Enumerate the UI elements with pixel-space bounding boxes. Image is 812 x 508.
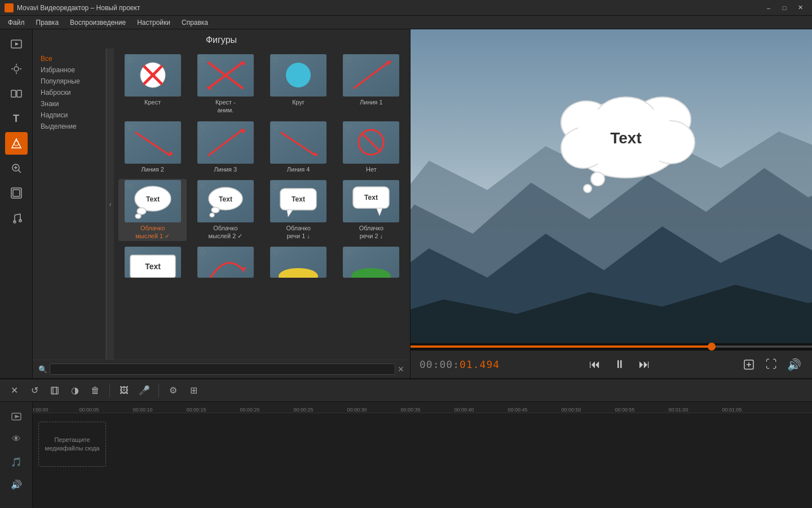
favorite-line3[interactable]: ♡ [200, 124, 206, 132]
next-button[interactable]: ⏭ [636, 356, 654, 374]
pause-button[interactable]: ⏸ [611, 356, 629, 374]
tl-grid-button[interactable]: ⊞ [185, 383, 202, 398]
media-drop-zone[interactable]: Перетащите медиафайлы сюда [38, 422, 106, 467]
tl-undo-button[interactable]: ↺ [26, 383, 43, 398]
menu-playback[interactable]: Воспроизведение [64, 17, 131, 28]
tool-text[interactable]: T [5, 107, 28, 130]
menu-help[interactable]: Справка [176, 17, 214, 28]
maximize-button[interactable]: □ [777, 2, 792, 14]
tool-media[interactable] [5, 33, 28, 55]
shape-text-bubble[interactable]: Text ♡ [118, 246, 187, 279]
shape-thought1[interactable]: Text ♡ Облачкомыслей 1 ✓ [118, 179, 187, 242]
tl-audio-button[interactable]: 🎤 [136, 383, 153, 398]
shape-label-cross: Крест [144, 98, 161, 106]
shape-line4[interactable]: ♡ Линия 4 [264, 120, 333, 174]
svg-line-32 [136, 133, 170, 155]
volume-button[interactable]: 🔊 [785, 356, 803, 374]
menu-edit[interactable]: Правка [30, 17, 65, 28]
svg-line-36 [281, 133, 315, 155]
favorite-thought2[interactable]: ♡ [200, 182, 206, 191]
favorite-circle[interactable]: ♡ [272, 56, 279, 65]
eye-icon[interactable]: 👁 [7, 430, 25, 448]
cat-captions[interactable]: Надписи [38, 110, 100, 121]
cat-favorites[interactable]: Избранное [38, 64, 100, 76]
shape-label-none: Нет [366, 165, 377, 173]
video-track-icon [7, 408, 25, 426]
progress-thumb[interactable] [708, 343, 716, 351]
fullscreen-button[interactable]: ⛶ [762, 356, 780, 374]
tool-filters[interactable] [5, 182, 28, 204]
favorite-line2[interactable]: ♡ [127, 124, 134, 132]
tl-color-button[interactable]: ◑ [67, 383, 83, 398]
shapes-grid: ♡ Крест [118, 53, 405, 279]
shape-thumb-none: ♡ [343, 121, 399, 164]
favorite-cross[interactable]: ♡ [127, 56, 134, 65]
favorite-thought1[interactable]: ♡ [127, 182, 134, 191]
shape-green[interactable]: ♡ [337, 246, 405, 279]
search-input[interactable] [50, 364, 395, 375]
svg-text:Text: Text [219, 195, 232, 203]
shapes-grid-wrap[interactable]: ♡ Крест [114, 49, 410, 360]
cat-signs[interactable]: Знаки [38, 98, 100, 110]
timeline-area: ✕ ↺ ◑ 🗑 🖼 🎤 ⚙ ⊞ 👁 🎵 🔊 00:00:00 00:00:05 [0, 378, 812, 508]
progress-bar[interactable] [411, 343, 812, 350]
svg-point-72 [584, 185, 592, 192]
shape-speech2[interactable]: Text ♡ Облачкоречи 2 ↓ [337, 179, 405, 242]
menu-file[interactable]: Файл [2, 17, 30, 28]
menu-settings[interactable]: Настройки [131, 17, 176, 28]
svg-point-71 [591, 172, 604, 186]
tool-transitions[interactable] [5, 82, 28, 105]
tool-music[interactable] [5, 207, 28, 229]
export-button[interactable] [740, 356, 758, 374]
favorite-line4[interactable]: ♡ [272, 124, 279, 132]
shape-cross-anim[interactable]: ♡ Крест -аним. [191, 53, 259, 116]
shape-thumb-line2: ♡ [125, 121, 181, 164]
cat-selection[interactable]: Выделение [38, 121, 100, 132]
shape-line2[interactable]: ♡ Линия 2 [118, 120, 187, 174]
favorite-speech1[interactable]: ♡ [272, 182, 279, 191]
tool-shapes[interactable] [5, 132, 28, 155]
svg-point-46 [210, 213, 214, 217]
svg-marker-9 [12, 139, 21, 148]
tool-effects[interactable] [5, 58, 28, 80]
shape-circle[interactable]: ♡ Круг [264, 53, 333, 116]
shape-line3[interactable]: ♡ Линия 3 [191, 120, 259, 174]
favorite-green[interactable]: ♡ [345, 249, 352, 257]
tl-settings-button[interactable]: ⚙ [165, 383, 182, 398]
favorite-curve-red[interactable]: ♡ [200, 249, 206, 257]
shape-thumb-thought1: Text ♡ [125, 180, 181, 222]
panel-collapse-handle[interactable]: ‹ [106, 49, 114, 360]
favorite-text-bubble[interactable]: ♡ [127, 249, 134, 257]
left-toolbar: T [0, 29, 33, 378]
search-clear-button[interactable]: ✕ [398, 365, 404, 374]
cat-popular[interactable]: Популярные [38, 76, 100, 87]
tl-delete-button[interactable]: 🗑 [87, 383, 104, 398]
ruler-mark-45: 00:00:45 [508, 407, 527, 413]
prev-button[interactable]: ⏮ [586, 356, 604, 374]
shape-thought2[interactable]: Text ♡ Облачкомыслей 2 ✓ [191, 179, 259, 242]
close-button[interactable]: ✕ [793, 2, 807, 14]
tl-cut-button[interactable]: ✕ [6, 383, 23, 398]
minimize-button[interactable]: – [761, 2, 776, 14]
cat-sketches[interactable]: Наброски [38, 87, 100, 98]
shape-speech1[interactable]: Text ♡ Облачкоречи 1 ↓ [264, 179, 333, 242]
svg-point-10 [14, 141, 19, 146]
playback-controls: 00:00:01.494 ⏮ ⏸ ⏭ ⛶ 🔊 [411, 350, 812, 378]
favorite-line1[interactable]: ♡ [345, 56, 352, 65]
favorite-speech2[interactable]: ♡ [345, 182, 352, 191]
tl-crop-button[interactable] [46, 383, 63, 398]
shape-curve-red[interactable]: ♡ [191, 246, 259, 279]
svg-rect-77 [51, 387, 58, 394]
shape-cross[interactable]: ♡ Крест [118, 53, 187, 116]
shape-thumb-speech2: Text ♡ [343, 180, 399, 222]
shape-none[interactable]: ♡ Нет [337, 120, 405, 174]
tl-image-button[interactable]: 🖼 [116, 383, 133, 398]
shape-line1[interactable]: ♡ Линия 1 [337, 53, 405, 116]
tool-zoom[interactable] [5, 157, 28, 179]
cat-all[interactable]: Все [38, 53, 100, 64]
favorite-yellow[interactable]: ♡ [272, 249, 279, 257]
shape-yellow[interactable]: ♡ [264, 246, 333, 279]
favorite-cross-anim[interactable]: ♡ [200, 56, 206, 65]
volume-track-icon[interactable]: 🔊 [7, 475, 25, 493]
favorite-none[interactable]: ♡ [345, 124, 352, 132]
